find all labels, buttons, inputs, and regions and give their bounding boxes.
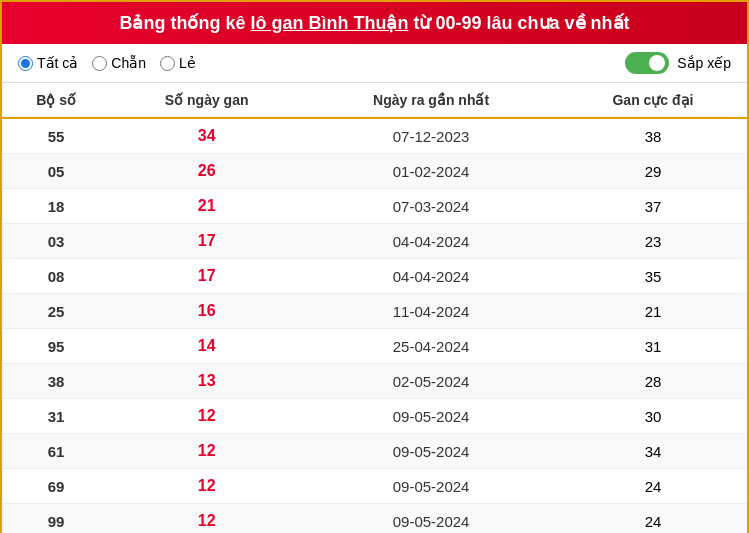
filter-bar: Tất cả Chẵn Lẻ Sắp xếp <box>2 44 747 83</box>
filter-tatca-label: Tất cả <box>37 55 78 71</box>
cell-gancucdia: 28 <box>559 364 747 399</box>
cell-gancucdia: 21 <box>559 294 747 329</box>
cell-soganngay: 14 <box>110 329 303 364</box>
cell-gancucdia: 35 <box>559 259 747 294</box>
cell-boso: 18 <box>2 189 110 224</box>
toggle-label: Sắp xếp <box>677 55 731 71</box>
table-row: 95 14 25-04-2024 31 <box>2 329 747 364</box>
cell-gancucdia: 31 <box>559 329 747 364</box>
filter-left: Tất cả Chẵn Lẻ <box>18 55 196 71</box>
col-header-gancucdia: Gan cực đại <box>559 83 747 118</box>
col-header-ngayra: Ngày ra gần nhất <box>303 83 559 118</box>
cell-soganngay: 12 <box>110 504 303 534</box>
cell-ngayra: 09-05-2024 <box>303 434 559 469</box>
cell-gancucdia: 23 <box>559 224 747 259</box>
toggle-switch[interactable] <box>625 52 669 74</box>
cell-gancucdia: 29 <box>559 154 747 189</box>
cell-gancucdia: 37 <box>559 189 747 224</box>
cell-boso: 31 <box>2 399 110 434</box>
cell-gancucdia: 24 <box>559 469 747 504</box>
filter-le-label: Lẻ <box>179 55 196 71</box>
cell-ngayra: 07-03-2024 <box>303 189 559 224</box>
cell-gancucdia: 34 <box>559 434 747 469</box>
cell-ngayra: 04-04-2024 <box>303 224 559 259</box>
cell-boso: 95 <box>2 329 110 364</box>
title-prefix: Bảng thống kê <box>119 13 250 33</box>
toggle-container[interactable]: Sắp xếp <box>625 52 731 74</box>
cell-soganngay: 12 <box>110 434 303 469</box>
cell-ngayra: 09-05-2024 <box>303 504 559 534</box>
table-row: 99 12 09-05-2024 24 <box>2 504 747 534</box>
col-header-soganngay: Số ngày gan <box>110 83 303 118</box>
table-header-row: Bộ số Số ngày gan Ngày ra gần nhất Gan c… <box>2 83 747 118</box>
cell-boso: 25 <box>2 294 110 329</box>
filter-chan[interactable]: Chẵn <box>92 55 146 71</box>
cell-boso: 55 <box>2 118 110 154</box>
filter-chan-radio[interactable] <box>92 56 107 71</box>
cell-ngayra: 09-05-2024 <box>303 469 559 504</box>
main-container: Bảng thống kê lô gan Bình Thuận từ 00-99… <box>0 0 749 533</box>
table-row: 61 12 09-05-2024 34 <box>2 434 747 469</box>
filter-chan-label: Chẵn <box>111 55 146 71</box>
cell-ngayra: 02-05-2024 <box>303 364 559 399</box>
cell-boso: 08 <box>2 259 110 294</box>
filter-le[interactable]: Lẻ <box>160 55 196 71</box>
cell-soganngay: 26 <box>110 154 303 189</box>
table-row: 69 12 09-05-2024 24 <box>2 469 747 504</box>
table-row: 31 12 09-05-2024 30 <box>2 399 747 434</box>
cell-gancucdia: 30 <box>559 399 747 434</box>
cell-ngayra: 01-02-2024 <box>303 154 559 189</box>
cell-boso: 69 <box>2 469 110 504</box>
title-highlight: lô gan Bình Thuận <box>250 13 408 33</box>
table-row: 05 26 01-02-2024 29 <box>2 154 747 189</box>
cell-soganngay: 13 <box>110 364 303 399</box>
cell-boso: 05 <box>2 154 110 189</box>
table-row: 38 13 02-05-2024 28 <box>2 364 747 399</box>
filter-tatca[interactable]: Tất cả <box>18 55 78 71</box>
cell-ngayra: 04-04-2024 <box>303 259 559 294</box>
cell-ngayra: 11-04-2024 <box>303 294 559 329</box>
radio-group: Tất cả Chẵn Lẻ <box>18 55 196 71</box>
col-header-boso: Bộ số <box>2 83 110 118</box>
table-row: 08 17 04-04-2024 35 <box>2 259 747 294</box>
cell-ngayra: 09-05-2024 <box>303 399 559 434</box>
cell-gancucdia: 24 <box>559 504 747 534</box>
cell-boso: 03 <box>2 224 110 259</box>
cell-soganngay: 16 <box>110 294 303 329</box>
cell-ngayra: 07-12-2023 <box>303 118 559 154</box>
filter-le-radio[interactable] <box>160 56 175 71</box>
cell-soganngay: 34 <box>110 118 303 154</box>
table-row: 03 17 04-04-2024 23 <box>2 224 747 259</box>
table-row: 18 21 07-03-2024 37 <box>2 189 747 224</box>
title-suffix: từ 00-99 lâu chưa về nhất <box>408 13 629 33</box>
cell-ngayra: 25-04-2024 <box>303 329 559 364</box>
cell-boso: 38 <box>2 364 110 399</box>
data-table: Bộ số Số ngày gan Ngày ra gần nhất Gan c… <box>2 83 747 533</box>
filter-tatca-radio[interactable] <box>18 56 33 71</box>
cell-soganngay: 21 <box>110 189 303 224</box>
toggle-slider <box>625 52 669 74</box>
table-row: 25 16 11-04-2024 21 <box>2 294 747 329</box>
cell-soganngay: 12 <box>110 399 303 434</box>
cell-gancucdia: 38 <box>559 118 747 154</box>
title-bar: Bảng thống kê lô gan Bình Thuận từ 00-99… <box>2 2 747 44</box>
cell-soganngay: 12 <box>110 469 303 504</box>
table-row: 55 34 07-12-2023 38 <box>2 118 747 154</box>
cell-boso: 99 <box>2 504 110 534</box>
cell-soganngay: 17 <box>110 259 303 294</box>
cell-soganngay: 17 <box>110 224 303 259</box>
cell-boso: 61 <box>2 434 110 469</box>
